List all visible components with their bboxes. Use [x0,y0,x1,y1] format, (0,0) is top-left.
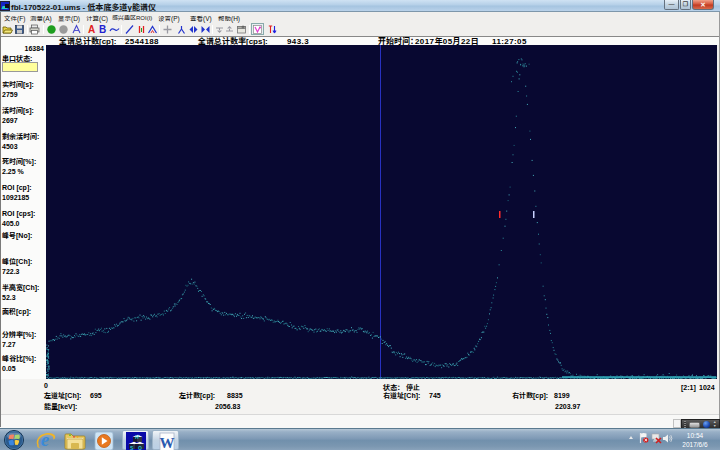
svg-text:W: W [160,435,175,450]
svg-text:O: O [138,445,142,450]
svg-text:e: e [41,429,50,450]
svg-text:B: B [99,24,106,35]
svg-text:A: A [88,24,95,35]
svg-text:H: H [135,434,139,440]
